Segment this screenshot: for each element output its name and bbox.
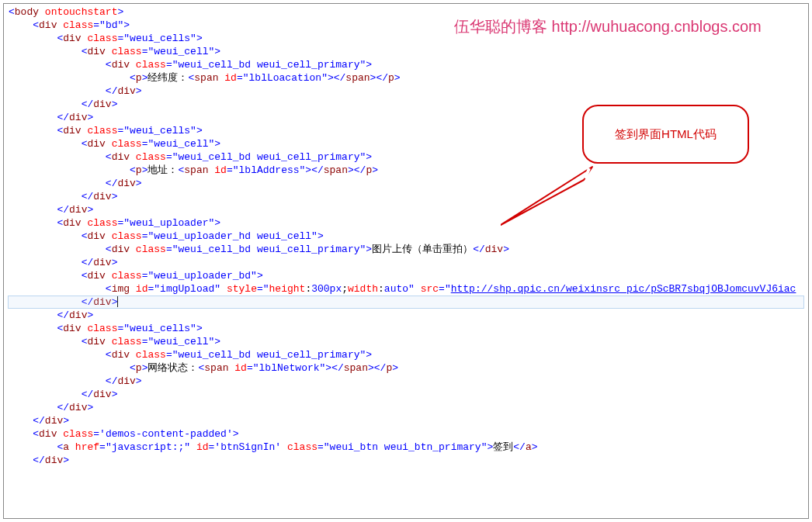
code-token: "weui_cell_bd weui_cell_primary": [172, 151, 366, 163]
code-token: =: [227, 164, 233, 176]
code-token: div: [112, 151, 130, 163]
code-token: [9, 349, 106, 361]
code-line[interactable]: </div>: [9, 203, 808, 216]
code-token: "weui_cell_bd weui_cell_primary": [172, 244, 366, 255]
code-token: >: [196, 323, 203, 334]
code-token: id: [234, 362, 247, 374]
code-token: [106, 138, 112, 150]
code-token: >: [87, 204, 93, 216]
code-token: ": [263, 283, 269, 295]
code-token: </: [106, 178, 118, 189]
code-token: [415, 283, 421, 295]
code-token: div: [45, 415, 63, 427]
code-token: span: [184, 164, 208, 176]
code-token: =: [166, 244, 172, 255]
code-token: div: [93, 389, 111, 400]
code-line[interactable]: </div>: [9, 375, 808, 388]
code-token: >: [214, 336, 220, 347]
code-line[interactable]: </div>: [9, 309, 808, 322]
code-line[interactable]: <div class="weui_cell">: [9, 45, 808, 58]
code-token: [9, 389, 82, 400]
code-line[interactable]: <div class='demos-content-padded'>: [9, 427, 808, 441]
code-line[interactable]: <div class="weui_cells">: [9, 32, 808, 45]
code-token: div: [117, 178, 135, 189]
code-line[interactable]: <body ontouchstart>: [9, 5, 808, 19]
code-token: =: [99, 441, 106, 453]
code-token: height: [269, 283, 306, 295]
code-line[interactable]: </div>: [9, 414, 808, 427]
code-token: [106, 336, 112, 347]
code-line[interactable]: </div>: [9, 454, 808, 467]
code-line[interactable]: <p>网络状态：<span id="lblNetwork"></span></p…: [9, 361, 808, 375]
code-line[interactable]: <div class="weui_uploader_bd">: [9, 269, 808, 282]
code-token: [9, 164, 130, 176]
code-token: [9, 375, 106, 387]
code-token: =: [237, 72, 243, 84]
code-token: class: [87, 217, 117, 229]
code-token: div: [45, 455, 63, 466]
code-token: [9, 33, 57, 44]
code-token: class: [87, 125, 117, 137]
code-token: [9, 428, 33, 440]
code-line[interactable]: </div>: [9, 388, 808, 401]
code-line[interactable]: <p>地址：<span id="lblAddress"></span></p>: [9, 164, 808, 177]
code-token: [9, 125, 57, 137]
code-line[interactable]: <a href="javascript:;" id='btnSignIn' cl…: [9, 441, 808, 454]
code-token: div: [69, 112, 87, 123]
code-token: ></: [370, 72, 388, 84]
code-line[interactable]: </div>: [9, 190, 808, 203]
code-token: p: [136, 72, 142, 84]
code-token: src: [421, 283, 439, 295]
code-line[interactable]: </div>: [9, 401, 808, 414]
code-token: p: [136, 362, 142, 374]
annotation-callout: 签到界面HTML代码: [582, 105, 749, 164]
code-token: </: [57, 309, 69, 321]
code-token: auto: [384, 283, 408, 295]
code-token: div: [93, 257, 111, 268]
code-token: >: [63, 455, 69, 466]
code-line[interactable]: <div class="weui_cell_bd weui_cell_prima…: [9, 243, 808, 256]
code-token: div: [112, 59, 130, 71]
code-line[interactable]: <img id="imgUpload" style="height:300px;…: [9, 282, 808, 296]
code-line[interactable]: <p>经纬度：<span id="lblLoacation"></span></…: [9, 71, 808, 85]
code-token: "lblLoacation": [243, 72, 328, 84]
code-token: [106, 270, 112, 282]
code-token: [281, 441, 287, 453]
code-line[interactable]: </div>: [9, 296, 808, 309]
code-token: >: [196, 125, 203, 137]
code-token: [9, 270, 82, 282]
code-line[interactable]: </div>: [9, 256, 808, 269]
code-token: <: [106, 151, 112, 163]
code-token: ;: [342, 283, 348, 295]
code-token: >: [372, 164, 378, 176]
code-token: >: [214, 46, 220, 57]
code-line[interactable]: <div class="weui_cells">: [9, 322, 808, 335]
code-token: span: [324, 164, 348, 176]
code-token: class: [287, 441, 318, 453]
code-line[interactable]: <div class="weui_uploader">: [9, 216, 808, 230]
code-token: [9, 85, 106, 97]
html-source-code[interactable]: <body ontouchstart> <div class="bd"> <di…: [4, 5, 808, 467]
code-token: [106, 46, 112, 57]
code-token: "weui_uploader_hd weui_cell": [147, 230, 317, 242]
code-line[interactable]: <div class="weui_cell">: [9, 335, 808, 348]
code-token: span: [344, 362, 368, 374]
code-token: >: [366, 244, 372, 255]
code-token: "weui_uploader_bd": [147, 270, 256, 282]
code-token: div: [87, 270, 105, 282]
code-line[interactable]: </div>: [9, 177, 808, 190]
code-token: p: [388, 72, 394, 84]
code-line[interactable]: <div class="bd">: [9, 19, 808, 32]
code-line[interactable]: <div class="weui_uploader_hd weui_cell">: [9, 230, 808, 243]
code-token: >: [63, 415, 69, 427]
code-token: div: [93, 296, 111, 308]
code-token: <: [9, 6, 15, 18]
code-token: 'demos-content-padded': [99, 428, 233, 440]
code-line[interactable]: </div>: [9, 85, 808, 98]
code-token: [9, 283, 106, 295]
code-token: <: [106, 244, 112, 255]
code-token: [106, 230, 112, 242]
code-line[interactable]: <div class="weui_cell_bd weui_cell_prima…: [9, 348, 808, 361]
code-token: <: [106, 349, 112, 361]
code-line[interactable]: <div class="weui_cell_bd weui_cell_prima…: [9, 58, 808, 71]
